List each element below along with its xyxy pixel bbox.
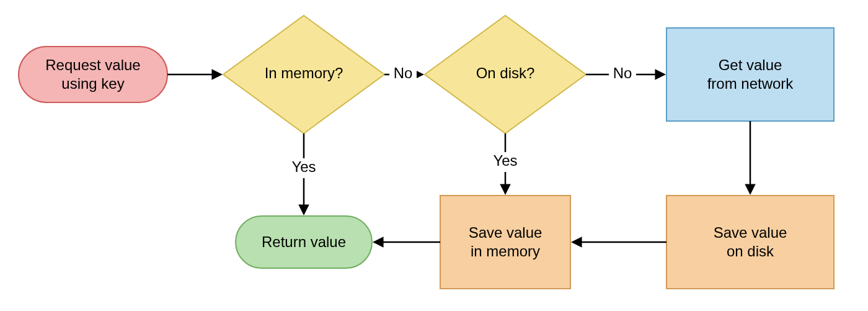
node-request-value: Request value using key xyxy=(19,47,167,102)
edge-memory-yes-label: Yes xyxy=(291,158,316,175)
svg-rect-3 xyxy=(666,28,834,121)
edge-memory-no-label2: No xyxy=(394,65,413,81)
svg-rect-0 xyxy=(19,47,167,102)
edge-disk-yes-label: Yes xyxy=(493,152,517,169)
node-on-disk-label: On disk? xyxy=(476,65,535,81)
node-in-memory-label: In memory? xyxy=(265,65,343,81)
node-request-value-line1: Request value xyxy=(45,56,140,73)
node-save-memory: Save value in memory xyxy=(440,196,570,289)
node-save-disk-line2: on disk xyxy=(727,243,774,259)
node-request-value-line2: using key xyxy=(61,75,124,92)
node-save-memory-line2: in memory xyxy=(471,243,540,259)
node-get-network-line2: from network xyxy=(707,75,794,92)
svg-rect-4 xyxy=(666,196,834,289)
flowchart: Request value using key In memory? On di… xyxy=(0,0,868,311)
svg-rect-5 xyxy=(440,196,570,289)
node-return-value-label: Return value xyxy=(262,233,346,250)
edge-disk-no-label: No xyxy=(613,65,632,81)
node-get-network: Get value from network xyxy=(666,28,834,121)
node-save-memory-line1: Save value xyxy=(469,224,542,241)
node-get-network-line1: Get value xyxy=(719,56,782,73)
node-return-value: Return value xyxy=(236,216,372,268)
node-save-disk-line1: Save value xyxy=(714,224,787,241)
node-on-disk: On disk? xyxy=(425,16,586,133)
node-save-disk: Save value on disk xyxy=(666,196,834,289)
node-in-memory: In memory? xyxy=(223,16,384,133)
